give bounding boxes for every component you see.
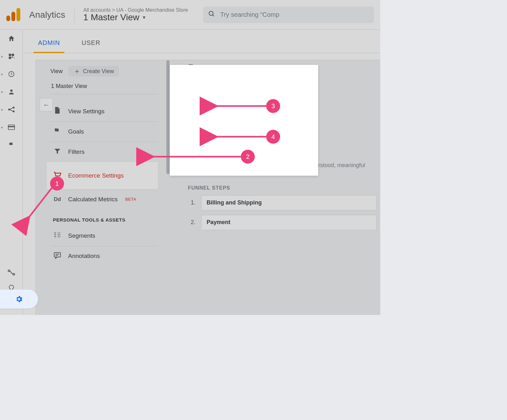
dd-icon: Dd <box>53 196 62 203</box>
header: Analytics All accounts > UA - Google Mer… <box>0 0 380 30</box>
beta-badge: BETA <box>125 197 136 202</box>
home-icon[interactable] <box>7 34 16 43</box>
svg-point-17 <box>59 177 60 178</box>
clock-icon[interactable] <box>7 70 16 78</box>
flag-icon[interactable] <box>7 141 16 149</box>
menu-calculated-metrics[interactable]: Dd Calculated Metrics BETA <box>50 189 158 210</box>
flag-icon <box>53 128 62 136</box>
tab-user[interactable]: USER <box>80 39 102 53</box>
menu-filters[interactable]: Filters <box>50 142 158 162</box>
funnel-step-input[interactable]: Billing and Shipping <box>201 195 376 210</box>
enable-ecommerce-toggle[interactable]: ON <box>188 98 232 112</box>
svg-point-10 <box>13 107 14 108</box>
branch-icon[interactable] <box>7 105 16 114</box>
admin-tabs: ADMIN USER <box>23 30 380 53</box>
svg-point-0 <box>209 11 213 15</box>
svg-point-15 <box>13 273 14 275</box>
svg-rect-18 <box>54 253 61 257</box>
menu-annotations[interactable]: Annotations <box>50 246 158 266</box>
caret-down-icon: ▼ <box>142 15 146 20</box>
search-icon <box>208 10 215 19</box>
svg-rect-3 <box>11 54 14 56</box>
view-label: View <box>50 68 63 75</box>
svg-rect-5 <box>11 57 13 58</box>
card-icon[interactable] <box>7 123 16 132</box>
menu-ecommerce-settings[interactable]: Ecommerce Settings <box>47 162 158 189</box>
create-view-button[interactable]: ＋ Create View <box>68 66 119 77</box>
funnel-step-row: 2. Payment <box>188 215 376 230</box>
segments-icon <box>53 232 62 240</box>
svg-rect-4 <box>9 57 11 59</box>
search-input[interactable] <box>220 11 369 19</box>
view-column: View ＋ Create View 1 Master View ← <box>50 64 158 266</box>
enhanced-ecommerce-toggle[interactable]: ON <box>188 127 232 141</box>
svg-point-8 <box>10 90 12 92</box>
enable-ecommerce-title: Enable Ecommerce <box>188 77 376 84</box>
view-picker[interactable]: All accounts > UA - Google Merchandise S… <box>83 7 188 22</box>
funnel-icon <box>53 148 62 156</box>
svg-point-11 <box>13 111 14 112</box>
attribution-icon[interactable] <box>7 268 16 277</box>
personal-tools-section: PERSONAL TOOLS & ASSETS <box>53 217 158 223</box>
svg-text:+: + <box>13 56 15 60</box>
ecommerce-heading: Ecommerce set-up <box>188 63 376 72</box>
back-button[interactable]: ← <box>40 98 53 111</box>
user-icon[interactable] <box>7 87 16 96</box>
cart-icon <box>53 171 62 180</box>
funnel-step-row: 1. Billing and Shipping <box>188 195 376 210</box>
mini-nav: + <box>0 30 23 315</box>
funnel-steps-title: FUNNEL STEPS <box>188 185 376 191</box>
view-dropdown[interactable]: 1 Master View <box>50 78 158 94</box>
svg-rect-2 <box>9 54 11 56</box>
svg-point-14 <box>8 270 10 272</box>
search-box[interactable] <box>203 7 374 23</box>
enable-ecommerce-desc: Use the Ecommerce developer reference gu… <box>188 86 376 94</box>
admin-gear-button[interactable] <box>0 290 38 309</box>
product-name: Analytics <box>29 10 65 20</box>
svg-line-1 <box>213 15 214 16</box>
menu-goals[interactable]: Goals <box>50 122 158 142</box>
menu-view-settings[interactable]: View Settings <box>50 101 158 122</box>
analytics-logo <box>6 9 20 21</box>
document-icon <box>53 107 62 116</box>
scrollbar[interactable] <box>166 60 170 174</box>
view-name: 1 Master View <box>83 12 139 22</box>
svg-point-9 <box>9 109 10 110</box>
ecommerce-settings-panel: Ecommerce set-up Enable Ecommerce Use th… <box>188 63 380 235</box>
funnel-step-input[interactable]: Payment <box>201 215 376 230</box>
plus-icon: ＋ <box>74 68 80 75</box>
dashboard-icon[interactable]: + <box>7 52 16 61</box>
enhanced-ecommerce-title: Enable Enhanced Ecommerce Reporting <box>188 118 376 125</box>
checkout-labeling-heading: Checkout Labeling optio <box>188 147 376 156</box>
annotation-icon <box>53 252 62 260</box>
tab-admin[interactable]: ADMIN <box>36 39 62 53</box>
checkout-desc: Create labels for the checkout-funnel st… <box>188 161 376 177</box>
svg-point-16 <box>56 177 57 178</box>
svg-rect-13 <box>8 126 14 127</box>
menu-segments[interactable]: Segments <box>50 226 158 246</box>
